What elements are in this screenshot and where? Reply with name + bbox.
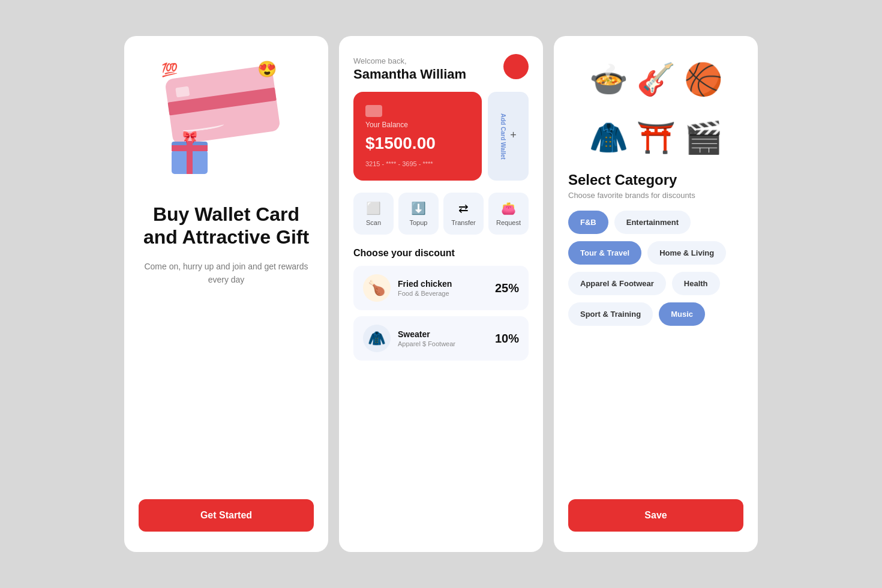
user-info: Welcome back, Samantha William — [353, 54, 466, 82]
illustration-area: 💯 😍 🎀 — [139, 54, 314, 186]
card-number: 3215 - **** - 3695 - **** — [365, 160, 470, 167]
screens-container: 💯 😍 🎀 Buy Wallet Card and Attractive Gif… — [124, 36, 758, 552]
request-icon: 👛 — [501, 201, 516, 215]
discount-pct-0: 25% — [495, 281, 519, 295]
food-icon: 🍲 — [589, 64, 628, 95]
add-card-plus-icon: + — [510, 129, 517, 142]
transfer-icon: ⇄ — [458, 201, 469, 215]
emoji-heart-eyes-icon: 😍 — [257, 60, 277, 79]
topup-icon: ⬇️ — [411, 201, 426, 215]
screen-3: 🍲 🎸 🏀 🧥 ⛩️ 🎬 Select Category Choose favo… — [554, 36, 758, 552]
discount-name-1: Sweater — [398, 329, 495, 339]
balance-amount: $1500.00 — [365, 134, 470, 153]
guitar-icon: 🎸 — [637, 64, 676, 95]
category-home-living[interactable]: Home & Living — [647, 241, 726, 265]
balance-card: Your Balance $1500.00 3215 - **** - 3695… — [353, 92, 482, 181]
select-category-title: Select Category — [568, 172, 743, 188]
user-name: Samantha William — [353, 67, 466, 82]
category-row-2: Apparel & Footwear Health — [568, 272, 743, 295]
add-card-button[interactable]: + Add Card Wallet — [488, 92, 529, 181]
topup-label: Topup — [410, 219, 428, 226]
add-card-label: Add Card Wallet — [500, 113, 506, 160]
category-fnb[interactable]: F&B — [568, 211, 608, 234]
scan-button[interactable]: ⬜ Scan — [353, 193, 394, 235]
gift-bow-icon: 🎀 — [182, 130, 197, 144]
discount-icon-0: 🍗 — [363, 274, 391, 302]
topup-button[interactable]: ⬇️ Topup — [398, 193, 439, 235]
transfer-button[interactable]: ⇄ Transfer — [443, 193, 484, 235]
transfer-label: Transfer — [451, 219, 476, 226]
category-row-0: F&B Entertainment — [568, 211, 743, 234]
balance-label: Your Balance — [365, 121, 470, 129]
actions-row: ⬜ Scan ⬇️ Topup ⇄ Transfer 👛 Request — [353, 193, 529, 235]
category-row-3: Sport & Training Music — [568, 302, 743, 326]
discount-icon-1: 🧥 — [363, 325, 391, 352]
category-illustrations: 🍲 🎸 🏀 🧥 ⛩️ 🎬 — [568, 54, 743, 162]
basketball-icon: 🏀 — [684, 64, 723, 95]
screen-2: Welcome back, Samantha William Your Bala… — [339, 36, 543, 552]
torii-icon: ⛩️ — [637, 122, 676, 153]
discount-section-title: Choose your discount — [353, 248, 529, 259]
category-entertainment[interactable]: Entertainment — [614, 211, 691, 234]
category-row-1: Tour & Travel Home & Living — [568, 241, 743, 265]
category-tour-travel[interactable]: Tour & Travel — [568, 241, 641, 265]
discount-item-1: 🧥 Sweater Apparel $ Footwear 10% — [353, 316, 529, 361]
category-health[interactable]: Health — [672, 272, 720, 295]
request-label: Request — [496, 219, 521, 226]
save-button[interactable]: Save — [568, 499, 743, 532]
screen-1: 💯 😍 🎀 Buy Wallet Card and Attractive Gif… — [124, 36, 328, 552]
discount-name-0: Fried chicken — [398, 279, 495, 289]
screen2-header: Welcome back, Samantha William — [353, 54, 529, 82]
discount-category-0: Food & Beverage — [398, 290, 495, 297]
select-category-subtitle: Choose favorite brands for discounts — [568, 191, 743, 200]
discount-pct-1: 10% — [495, 332, 519, 346]
welcome-text: Welcome back, — [353, 56, 466, 65]
category-sport[interactable]: Sport & Training — [568, 302, 653, 326]
discount-info-0: Fried chicken Food & Beverage — [398, 279, 495, 297]
jacket-icon: 🧥 — [589, 122, 628, 153]
clapperboard-icon: 🎬 — [684, 122, 723, 153]
card-chip — [365, 105, 382, 117]
request-button[interactable]: 👛 Request — [488, 193, 529, 235]
discount-item-0: 🍗 Fried chicken Food & Beverage 25% — [353, 266, 529, 310]
category-music[interactable]: Music — [659, 302, 705, 326]
card-container: Your Balance $1500.00 3215 - **** - 3695… — [353, 92, 529, 181]
screen1-subtitle: Come on, hurry up and join and get rewar… — [139, 260, 314, 287]
scan-label: Scan — [366, 219, 381, 226]
category-apparel[interactable]: Apparel & Footwear — [568, 272, 666, 295]
discount-info-1: Sweater Apparel $ Footwear — [398, 329, 495, 347]
emoji-100-icon: 💯 — [161, 62, 178, 78]
get-started-button[interactable]: Get Started — [139, 499, 314, 532]
avatar — [503, 54, 529, 79]
gift-ribbon-h — [172, 145, 208, 151]
screen1-title: Buy Wallet Card and Attractive Gift — [139, 203, 314, 249]
discount-category-1: Apparel $ Footwear — [398, 340, 495, 347]
gift-box: 🎀 — [172, 141, 208, 174]
categories-grid: F&B Entertainment Tour & Travel Home & L… — [568, 211, 743, 355]
scan-icon: ⬜ — [366, 201, 381, 215]
